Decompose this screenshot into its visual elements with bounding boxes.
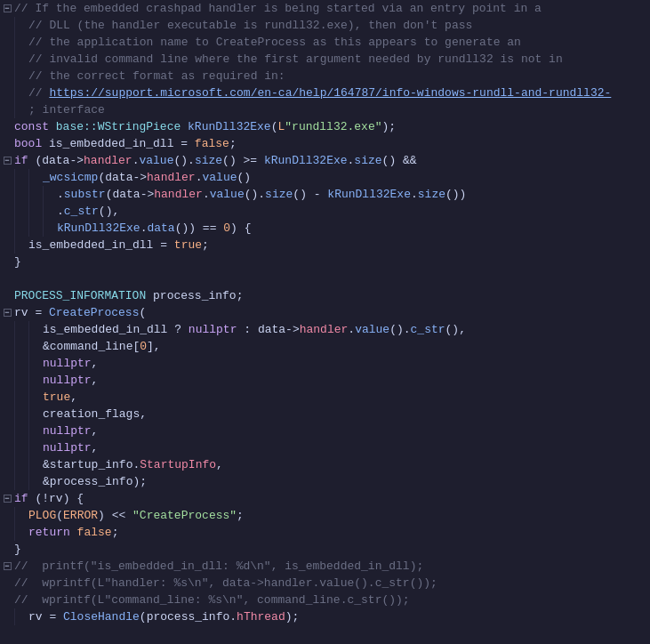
line-code: &command_line[0],: [14, 338, 650, 355]
code-line: −// printf("is_embedded_in_dll: %d\n", i…: [0, 558, 650, 575]
line-code: true,: [14, 389, 650, 406]
code-line: ; interface: [0, 101, 650, 118]
line-code: creation_flags,: [14, 406, 650, 423]
code-line: PROCESS_INFORMATION process_info;: [0, 287, 650, 304]
line-code: // the application name to CreateProcess…: [14, 34, 650, 51]
line-code: is_embedded_in_dll ? nullptr : data->han…: [14, 321, 650, 338]
code-line: −if (data->handler.value().size() >= kRu…: [0, 152, 650, 169]
code-line: &command_line[0],: [0, 338, 650, 355]
code-line: const base::WStringPiece kRunDll32Exe(L"…: [0, 118, 650, 135]
code-line: .substr(data->handler.value().size() - k…: [0, 186, 650, 203]
line-code: PLOG(ERROR) << "CreateProcess";: [14, 507, 650, 524]
line-code: nullptr,: [14, 372, 650, 389]
code-line: // https://support.microsoft.com/en-ca/h…: [0, 85, 650, 101]
code-line: // DLL (the handler executable is rundll…: [0, 17, 650, 34]
line-code: &startup_info.StartupInfo,: [14, 456, 650, 473]
line-code: const base::WStringPiece kRunDll32Exe(L"…: [14, 118, 650, 135]
code-line: is_embedded_in_dll ? nullptr : data->han…: [0, 321, 650, 338]
line-code: // If the embedded crashpad handler is b…: [14, 0, 650, 17]
line-code: kRunDll32Exe.data()) == 0) {: [14, 220, 650, 237]
code-line: // the correct format as required in:: [0, 68, 650, 85]
line-code: return false;: [14, 524, 650, 541]
fold-indicator[interactable]: −: [0, 309, 14, 317]
line-code: ; interface: [14, 101, 650, 118]
line-code: if (!rv) {: [14, 490, 650, 507]
line-code: // wprintf(L"handler: %s\n", data->handl…: [14, 575, 650, 592]
code-line: nullptr,: [0, 372, 650, 389]
code-line: &startup_info.StartupInfo,: [0, 456, 650, 473]
line-code: rv = CreateProcess(: [14, 304, 650, 321]
line-code: }: [14, 541, 650, 558]
code-line: return false;: [0, 524, 650, 541]
line-code: nullptr,: [14, 439, 650, 456]
code-line: PLOG(ERROR) << "CreateProcess";: [0, 507, 650, 524]
line-code: nullptr,: [14, 423, 650, 439]
fold-indicator[interactable]: −: [0, 157, 14, 165]
code-line: &process_info);: [0, 473, 650, 490]
code-line: nullptr,: [0, 439, 650, 456]
line-code: bool is_embedded_in_dll = false;: [14, 135, 650, 152]
code-line: rv = CloseHandle(process_info.hThread);: [0, 608, 650, 625]
line-code: // the correct format as required in:: [14, 68, 650, 85]
line-code: .substr(data->handler.value().size() - k…: [14, 186, 650, 203]
code-line: nullptr,: [0, 355, 650, 372]
code-line: creation_flags,: [0, 406, 650, 423]
line-code: rv = CloseHandle(process_info.hThread);: [14, 608, 650, 625]
code-line: // wprintf(L"handler: %s\n", data->handl…: [0, 575, 650, 592]
code-line: −if (!rv) {: [0, 490, 650, 507]
code-line: [0, 270, 650, 287]
code-line: true,: [0, 389, 650, 406]
line-code: nullptr,: [14, 355, 650, 372]
code-line: nullptr,: [0, 423, 650, 439]
code-line: // invalid command line where the first …: [0, 51, 650, 68]
line-code: // wprintf(L"command_line: %s\n", comman…: [14, 592, 650, 608]
line-code: PROCESS_INFORMATION process_info;: [14, 287, 650, 304]
code-line: is_embedded_in_dll = true;: [0, 237, 650, 254]
line-code: .c_str(),: [14, 203, 650, 220]
code-line: // wprintf(L"command_line: %s\n", comman…: [0, 592, 650, 608]
line-code: &process_info);: [14, 473, 650, 490]
code-line: // the application name to CreateProcess…: [0, 34, 650, 51]
line-code: is_embedded_in_dll = true;: [14, 237, 650, 254]
line-code: }: [14, 254, 650, 270]
line-code: _wcsicmp(data->handler.value(): [14, 169, 650, 186]
fold-indicator[interactable]: −: [0, 495, 14, 503]
line-code: // https://support.microsoft.com/en-ca/h…: [14, 85, 650, 101]
code-line: .c_str(),: [0, 203, 650, 220]
line-code: if (data->handler.value().size() >= kRun…: [14, 152, 650, 169]
code-line: −rv = CreateProcess(: [0, 304, 650, 321]
line-code: // printf("is_embedded_in_dll: %d\n", is…: [14, 558, 650, 575]
fold-indicator[interactable]: −: [0, 4, 14, 12]
code-line: _wcsicmp(data->handler.value(): [0, 169, 650, 186]
line-code: // invalid command line where the first …: [14, 51, 650, 68]
code-editor: −// If the embedded crashpad handler is …: [0, 0, 650, 644]
code-line: −// If the embedded crashpad handler is …: [0, 0, 650, 17]
code-line: bool is_embedded_in_dll = false;: [0, 135, 650, 152]
code-line: }: [0, 541, 650, 558]
line-code: // DLL (the handler executable is rundll…: [14, 17, 650, 34]
code-line: kRunDll32Exe.data()) == 0) {: [0, 220, 650, 237]
fold-indicator[interactable]: −: [0, 562, 14, 570]
code-line: }: [0, 254, 650, 270]
